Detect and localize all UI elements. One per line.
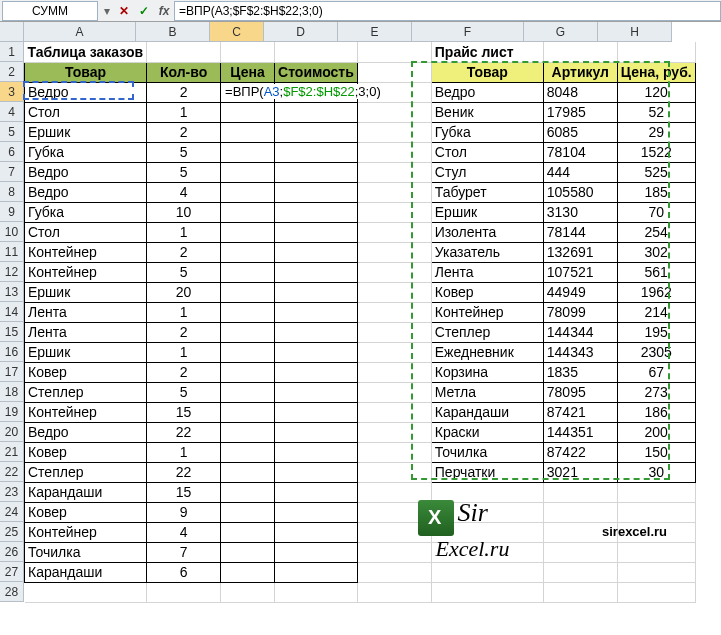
price-header-2[interactable]: Цена, руб. bbox=[617, 62, 695, 82]
column-header-D[interactable]: D bbox=[264, 22, 338, 42]
order-name-15[interactable]: Степлер bbox=[25, 382, 147, 402]
row-header-2[interactable]: 2 bbox=[0, 62, 24, 82]
order-qty-24[interactable]: 6 bbox=[147, 562, 221, 582]
fx-icon[interactable]: fx bbox=[154, 1, 174, 21]
row-header-27[interactable]: 27 bbox=[0, 562, 24, 582]
order-qty-8[interactable]: 2 bbox=[147, 242, 221, 262]
column-header-E[interactable]: E bbox=[338, 22, 412, 42]
price-val-8[interactable]: 302 bbox=[617, 242, 695, 262]
price-val-15[interactable]: 273 bbox=[617, 382, 695, 402]
price-val-6[interactable]: 70 bbox=[617, 202, 695, 222]
cell-E19[interactable] bbox=[357, 402, 431, 422]
row-header-23[interactable]: 23 bbox=[0, 482, 24, 502]
order-qty-4[interactable]: 5 bbox=[147, 162, 221, 182]
cell-E20[interactable] bbox=[357, 422, 431, 442]
cell-C28[interactable] bbox=[221, 582, 275, 602]
order-qty-20[interactable]: 15 bbox=[147, 482, 221, 502]
row-header-21[interactable]: 21 bbox=[0, 442, 24, 462]
order-cost-12[interactable] bbox=[275, 322, 358, 342]
price-val-4[interactable]: 525 bbox=[617, 162, 695, 182]
orders-header-3[interactable]: Стоимость bbox=[275, 62, 358, 82]
order-cost-15[interactable] bbox=[275, 382, 358, 402]
order-name-8[interactable]: Контейнер bbox=[25, 242, 147, 262]
price-sku-12[interactable]: 144344 bbox=[543, 322, 617, 342]
cell-D1[interactable] bbox=[275, 42, 358, 62]
cell-E15[interactable] bbox=[357, 322, 431, 342]
cell-F28[interactable] bbox=[431, 582, 543, 602]
orders-header-1[interactable]: Кол-во bbox=[147, 62, 221, 82]
order-qty-21[interactable]: 9 bbox=[147, 502, 221, 522]
order-name-1[interactable]: Стол bbox=[25, 102, 147, 122]
cell-A28[interactable] bbox=[25, 582, 147, 602]
orders-title[interactable]: Таблица заказов bbox=[25, 42, 147, 62]
orders-header-2[interactable]: Цена bbox=[221, 62, 275, 82]
order-price-4[interactable] bbox=[221, 162, 275, 182]
row-header-4[interactable]: 4 bbox=[0, 102, 24, 122]
cell-E28[interactable] bbox=[357, 582, 431, 602]
order-cost-17[interactable] bbox=[275, 422, 358, 442]
order-cost-23[interactable] bbox=[275, 542, 358, 562]
order-name-16[interactable]: Контейнер bbox=[25, 402, 147, 422]
price-val-1[interactable]: 52 bbox=[617, 102, 695, 122]
order-qty-15[interactable]: 5 bbox=[147, 382, 221, 402]
price-sku-19[interactable]: 3021 bbox=[543, 462, 617, 482]
price-sku-7[interactable]: 78144 bbox=[543, 222, 617, 242]
cell-H28[interactable] bbox=[617, 582, 695, 602]
row-header-7[interactable]: 7 bbox=[0, 162, 24, 182]
order-price-15[interactable] bbox=[221, 382, 275, 402]
price-name-14[interactable]: Корзина bbox=[431, 362, 543, 382]
order-qty-23[interactable]: 7 bbox=[147, 542, 221, 562]
formula-cancel-icon[interactable]: ✕ bbox=[114, 1, 134, 21]
column-header-A[interactable]: A bbox=[24, 22, 136, 42]
row-header-15[interactable]: 15 bbox=[0, 322, 24, 342]
price-name-1[interactable]: Веник bbox=[431, 102, 543, 122]
order-cost-2[interactable] bbox=[275, 122, 358, 142]
order-price-22[interactable] bbox=[221, 522, 275, 542]
order-price-18[interactable] bbox=[221, 442, 275, 462]
price-sku-14[interactable]: 1835 bbox=[543, 362, 617, 382]
cell-F27[interactable] bbox=[431, 562, 543, 582]
price-sku-9[interactable]: 107521 bbox=[543, 262, 617, 282]
price-val-17[interactable]: 200 bbox=[617, 422, 695, 442]
order-price-5[interactable] bbox=[221, 182, 275, 202]
order-cost-21[interactable] bbox=[275, 502, 358, 522]
column-header-B[interactable]: B bbox=[136, 22, 210, 42]
price-sku-4[interactable]: 444 bbox=[543, 162, 617, 182]
price-val-14[interactable]: 67 bbox=[617, 362, 695, 382]
order-price-11[interactable] bbox=[221, 302, 275, 322]
order-price-12[interactable] bbox=[221, 322, 275, 342]
cell-E2[interactable] bbox=[357, 62, 431, 82]
cell-E22[interactable] bbox=[357, 462, 431, 482]
order-price-7[interactable] bbox=[221, 222, 275, 242]
order-name-18[interactable]: Ковер bbox=[25, 442, 147, 462]
price-header-0[interactable]: Товар bbox=[431, 62, 543, 82]
row-header-20[interactable]: 20 bbox=[0, 422, 24, 442]
cell-H24[interactable] bbox=[617, 502, 695, 522]
row-header-9[interactable]: 9 bbox=[0, 202, 24, 222]
order-cost-13[interactable] bbox=[275, 342, 358, 362]
order-name-13[interactable]: Ершик bbox=[25, 342, 147, 362]
price-name-17[interactable]: Краски bbox=[431, 422, 543, 442]
row-header-18[interactable]: 18 bbox=[0, 382, 24, 402]
order-name-2[interactable]: Ершик bbox=[25, 122, 147, 142]
price-name-2[interactable]: Губка bbox=[431, 122, 543, 142]
order-name-19[interactable]: Степлер bbox=[25, 462, 147, 482]
order-qty-3[interactable]: 5 bbox=[147, 142, 221, 162]
order-qty-9[interactable]: 5 bbox=[147, 262, 221, 282]
cell-E21[interactable] bbox=[357, 442, 431, 462]
order-cost-19[interactable] bbox=[275, 462, 358, 482]
row-header-10[interactable]: 10 bbox=[0, 222, 24, 242]
order-name-21[interactable]: Ковер bbox=[25, 502, 147, 522]
price-name-4[interactable]: Стул bbox=[431, 162, 543, 182]
row-header-5[interactable]: 5 bbox=[0, 122, 24, 142]
price-name-9[interactable]: Лента bbox=[431, 262, 543, 282]
order-name-17[interactable]: Ведро bbox=[25, 422, 147, 442]
order-price-1[interactable] bbox=[221, 102, 275, 122]
price-name-11[interactable]: Контейнер bbox=[431, 302, 543, 322]
cell-E18[interactable] bbox=[357, 382, 431, 402]
cell-E6[interactable] bbox=[357, 142, 431, 162]
price-name-5[interactable]: Табурет bbox=[431, 182, 543, 202]
price-sku-3[interactable]: 78104 bbox=[543, 142, 617, 162]
order-name-9[interactable]: Контейнер bbox=[25, 262, 147, 282]
cell-G24[interactable] bbox=[543, 502, 617, 522]
